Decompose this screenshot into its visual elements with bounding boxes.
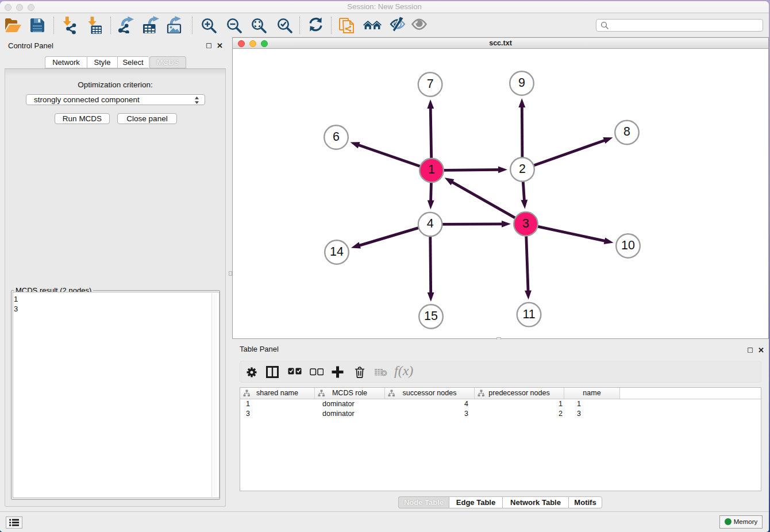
svg-text:14: 14 [330,245,344,259]
svg-text:3: 3 [522,217,529,230]
svg-text:1: 1 [428,163,435,176]
svg-text:11: 11 [522,307,535,321]
svg-text:10: 10 [621,238,635,252]
svg-text:6: 6 [333,130,340,144]
svg-text:8: 8 [623,125,630,138]
svg-text:9: 9 [518,76,525,90]
svg-text:2: 2 [519,162,526,176]
svg-text:4: 4 [427,217,434,230]
svg-text:7: 7 [427,77,434,91]
svg-text:15: 15 [424,309,438,323]
